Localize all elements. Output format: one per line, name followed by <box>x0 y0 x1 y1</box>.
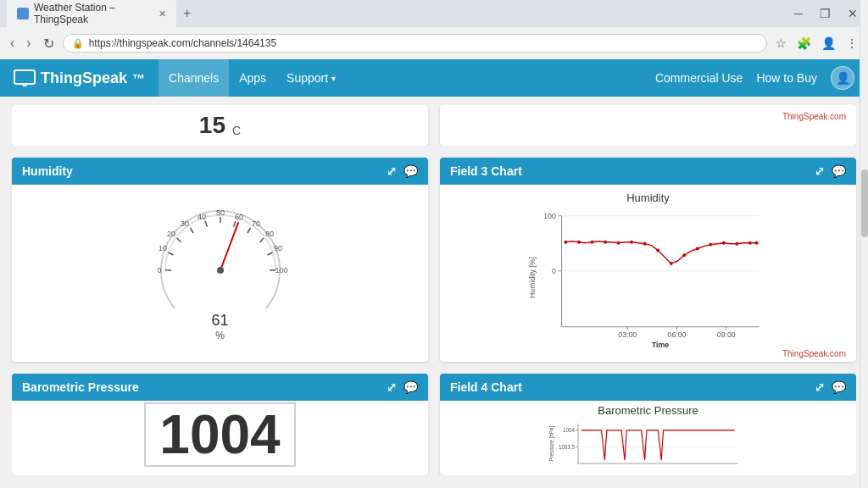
field4-external-link-icon[interactable]: ⤢ <box>815 380 825 394</box>
svg-text:20: 20 <box>166 230 175 238</box>
svg-text:0: 0 <box>552 267 556 275</box>
svg-point-56 <box>735 242 738 246</box>
browser-toolbar: ‹ › ↻ 🔒 https://thingspeak.com/channels/… <box>0 27 868 59</box>
svg-text:50: 50 <box>215 208 224 217</box>
logo-sup: ™ <box>132 71 145 86</box>
barometric-external-link-icon[interactable]: ⤢ <box>387 380 397 394</box>
extensions-icon[interactable]: 🧩 <box>793 35 815 52</box>
humidity-card-header: Humidity ⤢ 💬 <box>12 158 428 185</box>
svg-marker-1 <box>21 84 28 86</box>
svg-text:03:00: 03:00 <box>618 330 637 339</box>
svg-point-50 <box>656 249 659 252</box>
nav-commercial-use[interactable]: Commercial Use <box>655 71 743 85</box>
field4-chart-header: Field 4 Chart ⤢ 💬 <box>440 374 856 401</box>
svg-point-53 <box>696 247 699 251</box>
svg-point-54 <box>709 243 712 247</box>
field4-chart-body: Barometric Pressure Pressure [hPa] 1004 … <box>440 401 856 469</box>
humidity-external-link-icon[interactable]: ⤢ <box>387 164 397 178</box>
svg-text:60: 60 <box>234 213 242 221</box>
scrollbar-thumb[interactable] <box>861 169 868 237</box>
svg-point-51 <box>670 262 673 265</box>
svg-point-45 <box>591 241 594 244</box>
close-button[interactable]: ✕ <box>844 5 861 22</box>
field3-external-link-icon[interactable]: ⤢ <box>815 164 825 178</box>
barometric-header-icons: ⤢ 💬 <box>387 380 418 394</box>
field4-chart-title-label: Field 4 Chart <box>450 380 522 394</box>
settings-icon[interactable]: ⋮ <box>843 35 861 52</box>
nav-how-to-buy[interactable]: How to Buy <box>756 71 817 85</box>
svg-text:Time: Time <box>652 341 669 347</box>
tab-favicon <box>17 8 29 19</box>
svg-text:80: 80 <box>264 230 273 238</box>
humidity-unit: % <box>215 330 225 341</box>
svg-text:70: 70 <box>251 219 259 228</box>
svg-point-26 <box>217 267 224 274</box>
url-text: https://thingspeak.com/channels/1464135 <box>89 37 276 49</box>
security-icon: 🔒 <box>72 38 84 49</box>
titlebar: Weather Station – ThingSpeak ✕ + ─ ❐ ✕ <box>0 0 868 27</box>
humidity-title: Humidity <box>22 164 73 178</box>
svg-text:Pressure [hPa]: Pressure [hPa] <box>548 426 555 462</box>
field4-comment-icon[interactable]: 💬 <box>832 380 846 394</box>
nav-support[interactable]: Support ▾ <box>276 59 346 97</box>
field2-chart-partial: ThingSpeak.com <box>440 105 856 146</box>
svg-point-46 <box>604 241 607 244</box>
field3-chart-header: Field 3 Chart ⤢ 💬 <box>440 158 856 185</box>
address-bar[interactable]: 🔒 https://thingspeak.com/channels/146413… <box>63 34 767 53</box>
nav-apps[interactable]: Apps <box>229 59 276 97</box>
user-avatar[interactable]: 👤 <box>831 66 854 90</box>
svg-point-43 <box>565 241 568 244</box>
bookmark-icon[interactable]: ☆ <box>772 35 790 52</box>
svg-text:0: 0 <box>157 266 161 274</box>
main-nav: ThingSpeak™ Channels Apps Support ▾ Comm… <box>0 59 868 97</box>
browser-tab[interactable]: Weather Station – ThingSpeak ✕ <box>7 0 176 29</box>
field3-chart-title: Field 3 Chart <box>450 164 522 178</box>
humidity-header-icons: ⤢ 💬 <box>387 164 418 178</box>
field4-chart-svg: Pressure [hPa] 1004 1003.5 <box>447 420 849 467</box>
nav-right: Commercial Use How to Buy 👤 <box>655 66 854 90</box>
temperature-card-partial: 15 C <box>12 105 428 146</box>
scrollbar[interactable] <box>860 0 868 488</box>
temperature-unit: C <box>232 124 241 137</box>
back-button[interactable]: ‹ <box>7 34 18 53</box>
maximize-button[interactable]: ❐ <box>816 5 834 22</box>
field2-thingspeak-credit: ThingSpeak.com <box>782 112 846 121</box>
barometric-comment-icon[interactable]: 💬 <box>403 380 418 394</box>
tab-title: Weather Station – ThingSpeak <box>34 2 150 25</box>
svg-text:100: 100 <box>543 212 556 220</box>
humidity-comment-icon[interactable]: 💬 <box>403 164 418 178</box>
svg-text:1003.5: 1003.5 <box>559 444 576 450</box>
barometric-title: Barometric Pressure <box>22 380 139 394</box>
logo-icon <box>14 69 36 86</box>
field4-header-icons: ⤢ 💬 <box>815 380 846 394</box>
field3-comment-icon[interactable]: 💬 <box>832 164 846 178</box>
svg-text:90: 90 <box>273 244 281 252</box>
field3-chart-inner-title: Humidity <box>450 191 846 204</box>
svg-text:40: 40 <box>197 213 205 221</box>
field3-chart-card: Field 3 Chart ⤢ 💬 Humidity Humidity [%] <box>440 158 856 362</box>
field3-chart-body: Humidity Humidity [%] 100 0 <box>440 185 856 362</box>
forward-button[interactable]: › <box>23 34 34 53</box>
field3-credit: ThingSpeak.com <box>450 349 846 358</box>
svg-point-44 <box>577 241 581 244</box>
logo-text: ThingSpeak <box>41 69 127 87</box>
tab-close-button[interactable]: ✕ <box>159 8 166 19</box>
humidity-gauge: 0 10 20 30 40 50 <box>153 198 288 308</box>
humidity-card-body: 0 10 20 30 40 50 <box>12 185 428 348</box>
temperature-value: 15 <box>199 112 225 139</box>
svg-text:30: 30 <box>180 219 188 228</box>
field3-chart-svg: Humidity [%] 100 0 03:00 06:00 <box>450 208 846 347</box>
nav-channels[interactable]: Channels <box>159 59 229 97</box>
svg-text:Humidity [%]: Humidity [%] <box>528 257 537 298</box>
minimize-button[interactable]: ─ <box>791 5 806 22</box>
humidity-value: 61 <box>211 312 228 330</box>
barometric-value: 1004 <box>159 404 280 465</box>
svg-text:10: 10 <box>158 244 166 252</box>
profile-icon[interactable]: 👤 <box>818 35 839 52</box>
refresh-button[interactable]: ↻ <box>40 34 58 53</box>
logo: ThingSpeak™ <box>14 69 145 87</box>
chevron-down-icon: ▾ <box>331 74 336 83</box>
svg-text:100: 100 <box>275 266 287 274</box>
new-tab-button[interactable]: + <box>176 4 198 23</box>
svg-text:1004: 1004 <box>563 427 575 433</box>
